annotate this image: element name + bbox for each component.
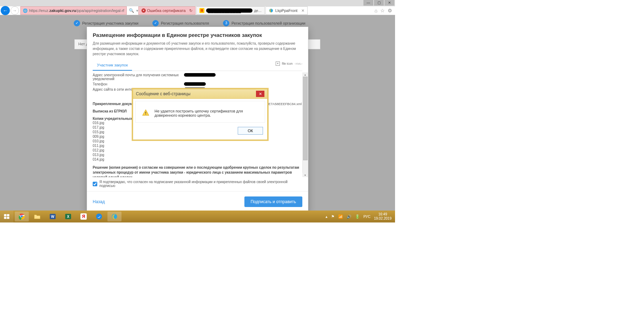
label-email: Адрес электронной почты для получения си… [93,73,184,81]
alert-message: Не удается построить цепочку сертификато… [155,109,258,117]
back-button[interactable]: Назад [93,199,105,204]
search-icon[interactable]: 🔍 [129,8,134,13]
back-button[interactable]: ← [1,6,10,15]
svg-text:W: W [51,215,54,219]
tray-flag-icon[interactable]: ⚑ [331,214,335,219]
svg-text:X: X [67,215,70,219]
step-2: ✓Регистрация пользователя [152,20,209,26]
svg-text:!: ! [145,111,146,115]
tray-lang[interactable]: РУС [363,215,370,219]
tray-clock[interactable]: 16:49 19.02.2019 [374,212,392,221]
xml-icon[interactable]: ‹XML› [295,62,302,65]
sign-and-send-button[interactable]: Подписать и отправить [244,196,302,207]
taskbar: W X Я ▴ ⚑ 📶 🔊 🔋 РУС 16:49 19.02.2019 [0,211,395,222]
confirm-label: Я подтверждаю, что согласен на подписани… [99,180,302,188]
alert-ok-button[interactable]: ОК [238,127,263,135]
cert-error-icon: ✕ [142,8,146,13]
decision-header: Решение (копия решения) о согласии на со… [93,165,300,177]
window-titlebar: — ▢ ✕ [0,0,395,6]
step-1: ✓Регистрация участника закупки [74,20,138,26]
taskbar-excel[interactable]: X [61,212,75,221]
tray-time: 16:49 [374,212,392,217]
confirm-checkbox[interactable] [93,182,97,186]
value-phone-redacted [184,82,206,86]
scroll-up-icon[interactable]: ▴ [302,72,308,77]
tab-label: LkpPpaFront [275,8,297,13]
close-window-button[interactable]: ✕ [385,0,394,6]
minimize-button[interactable]: — [363,0,373,6]
label-phone: Телефон [93,82,184,86]
step-3: 3Регистрация пользователей организации [223,20,305,26]
file-icon[interactable]: ✕ [276,62,280,66]
globe-icon: 🌐 [23,8,28,13]
taskbar-app[interactable] [92,212,106,221]
value-email-redacted [184,73,216,77]
registration-steps: ✓Регистрация участника закупки ✓Регистра… [74,19,321,27]
browser-tab-active[interactable]: LkpPpaFront ✕ [265,6,308,15]
scrollbar-thumb[interactable] [303,77,308,160]
browser-tab-yandex[interactable]: Я ████████████ де… де… [196,6,265,15]
tray-up-icon[interactable]: ▴ [326,214,328,219]
maximize-button[interactable]: ▢ [374,0,384,6]
step-2-icon: ✓ [152,20,159,26]
ie-icon [269,8,274,13]
swoosh-icon [96,213,103,220]
word-icon: W [49,213,56,220]
tray-battery-icon[interactable]: 🔋 [355,214,360,219]
taskbar-yandex[interactable]: Я [77,212,91,221]
start-button[interactable] [0,211,13,222]
taskbar-explorer[interactable] [30,212,44,221]
url-text: https://eruz.zakupki.gov.ru/ppa/app/regi… [29,8,124,13]
refresh-icon[interactable]: ↻ [189,8,192,13]
scrollbar-track[interactable]: ▴ ▾ [302,72,308,177]
taskbar-word[interactable]: W [46,212,60,221]
favorites-icon[interactable]: ☆ [380,8,385,13]
tray-date: 19.02.2019 [374,217,392,221]
file-item: 011.jpg [93,143,300,148]
step-1-icon: ✓ [74,20,80,26]
taskbar-ie[interactable] [107,212,121,221]
svg-rect-4 [4,217,7,219]
tray-sound-icon[interactable]: 🔊 [347,214,351,219]
tray-network-icon[interactable]: 📶 [338,214,343,219]
file-item: 014.jpg [93,157,300,162]
svg-rect-2 [4,214,7,216]
forward-button[interactable]: → [11,6,19,15]
scroll-down-icon[interactable]: ▾ [302,173,308,177]
file-icon-label: file icon [282,62,293,65]
certificate-error-badge[interactable]: ✕ Ошибка сертификата ↻ [138,6,196,15]
egrul-filename: 878E7A58EEEFBC84.xml [263,102,302,106]
tab-close-icon[interactable]: ✕ [301,8,304,13]
warning-icon: ! [142,109,150,117]
yandex-icon: Я [199,8,204,13]
alert-title: Сообщение с веб-страницы [136,91,190,96]
windows-icon [4,213,10,220]
chrome-icon [18,213,25,220]
yandex-icon: Я [80,213,87,220]
excel-icon: X [65,213,72,220]
tab-label-redacted: ████████████ де… [206,8,252,13]
file-item: 012.jpg [93,148,300,153]
home-icon[interactable]: ⌂ [375,8,377,13]
taskbar-chrome[interactable] [15,212,29,221]
ie-icon [111,213,118,220]
confirm-row[interactable]: Я подтверждаю, что согласен на подписани… [87,179,308,191]
address-bar[interactable]: 🌐 https://eruz.zakupki.gov.ru/ppa/app/re… [20,6,127,15]
modal-description: Для размещения информации и документов о… [87,40,308,60]
browser-nav: ← → 🌐 https://eruz.zakupki.gov.ru/ppa/ap… [0,6,395,15]
folder-icon [34,213,41,220]
cert-error-label: Ошибка сертификата [147,8,186,13]
modal-title: Размещение информации в Едином реестре у… [87,27,308,40]
svg-rect-3 [7,214,9,216]
svg-point-12 [96,214,102,220]
tab-participant[interactable]: Участник закупок [93,60,132,71]
settings-gear-icon[interactable]: ⚙ [388,8,392,13]
step-3-icon: 3 [223,20,229,26]
alert-close-button[interactable]: ✕ [256,91,264,97]
svg-rect-5 [7,217,9,219]
js-alert-dialog: Сообщение с веб-страницы ✕ ! Не удается … [133,89,268,140]
file-item: 013.jpg [93,153,300,157]
